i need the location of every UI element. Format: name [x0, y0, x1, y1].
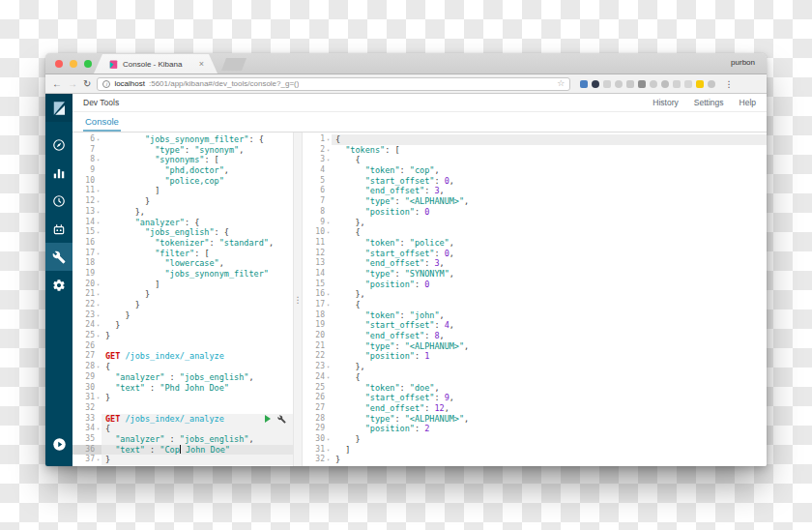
code-text[interactable]: "type": "synonym",: [102, 145, 293, 156]
fold-toggle-icon[interactable]: ▾: [95, 331, 102, 341]
line-number-gutter[interactable]: 17▾: [72, 249, 102, 259]
code-text[interactable]: },: [332, 289, 767, 300]
fold-toggle-icon[interactable]: ▾: [325, 227, 332, 238]
extension-icon[interactable]: [650, 80, 657, 88]
code-text[interactable]: ]: [102, 280, 293, 290]
bookmark-star-icon[interactable]: ☆: [557, 79, 565, 88]
request-editor-line[interactable]: 35 "analyzer" : "jobs_english",: [72, 434, 293, 445]
request-editor-line[interactable]: 19 "jobs_synonym_filter": [72, 269, 293, 280]
response-editor-line[interactable]: 9▾ },: [303, 218, 767, 228]
response-editor-line[interactable]: 17▾ {: [303, 300, 767, 310]
response-viewer[interactable]: 1▾{2▾ "tokens": [3▾ {4 "token": "cop",5 …: [303, 132, 767, 466]
request-editor-line[interactable]: 14▾ "analyzer": {: [72, 218, 293, 228]
code-text[interactable]: "jobs_english": {: [102, 227, 293, 238]
chat-extension-icon[interactable]: [708, 80, 715, 88]
line-number-gutter[interactable]: 11▾: [72, 186, 102, 196]
request-editor-line[interactable]: 27GET /jobs_index/_analyze: [72, 351, 293, 362]
code-text[interactable]: ]: [102, 186, 293, 196]
request-editor-line[interactable]: 29 "analyzer" : "jobs_english",: [72, 372, 293, 383]
request-editor-line[interactable]: 6▾ "jobs_synonym_filter": {: [72, 134, 293, 145]
reload-icon[interactable]: ↻: [83, 79, 91, 89]
request-editor-line[interactable]: 23▾ }: [72, 310, 293, 321]
code-text[interactable]: {: [102, 424, 293, 434]
extension-icon[interactable]: [615, 80, 623, 88]
line-number-gutter[interactable]: 19: [303, 320, 332, 331]
request-editor-line[interactable]: 13▾ },: [72, 207, 293, 218]
code-text[interactable]: "tokens": [: [332, 145, 767, 156]
request-editor-line[interactable]: 17▾ "filter": [: [72, 249, 293, 259]
code-text[interactable]: },: [102, 207, 293, 218]
code-text[interactable]: }: [102, 320, 293, 331]
fold-toggle-icon[interactable]: ▾: [95, 362, 102, 372]
line-number-gutter[interactable]: 28: [303, 414, 332, 425]
line-number-gutter[interactable]: 25▾: [72, 331, 102, 341]
fold-toggle-icon[interactable]: ▾: [95, 310, 102, 321]
fold-toggle-icon[interactable]: ▾: [325, 300, 332, 310]
response-editor-line[interactable]: 11 "token": "police",: [303, 238, 767, 249]
code-text[interactable]: }: [102, 393, 293, 403]
code-text[interactable]: {: [332, 300, 767, 310]
browser-tab[interactable]: Console - Kibana ×: [94, 54, 218, 74]
address-bar[interactable]: i localhost:5601/app/kibana#/dev_tools/c…: [97, 77, 570, 91]
response-editor-line[interactable]: 1▾{: [303, 134, 767, 145]
code-text[interactable]: "type": "<ALPHANUM>",: [332, 196, 767, 207]
response-editor-line[interactable]: 16▾ },: [303, 289, 767, 300]
extension-icon[interactable]: [638, 80, 646, 88]
code-text[interactable]: [102, 341, 293, 352]
response-editor-line[interactable]: 7 "type": "<ALPHANUM>",: [303, 196, 767, 207]
code-text[interactable]: "tokenizer": "standard",: [102, 238, 293, 249]
request-editor-line[interactable]: 28▾{: [72, 362, 293, 372]
fold-toggle-icon[interactable]: ▾: [95, 155, 102, 165]
sidebar-item-dashboard[interactable]: [45, 187, 72, 215]
line-number-gutter[interactable]: 29: [72, 372, 102, 383]
line-number-gutter[interactable]: 18: [72, 258, 102, 269]
line-number-gutter[interactable]: 13: [303, 258, 332, 269]
response-editor-line[interactable]: 2▾ "tokens": [: [303, 145, 767, 156]
request-editor-line[interactable]: 32: [72, 403, 293, 414]
header-link-help[interactable]: Help: [740, 98, 756, 107]
code-text[interactable]: "type": "<ALPHANUM>",: [332, 341, 767, 352]
response-editor-line[interactable]: 6 "end_offset": 3,: [303, 186, 767, 196]
line-number-gutter[interactable]: 25: [303, 383, 332, 394]
fold-toggle-icon[interactable]: ▾: [95, 196, 102, 207]
request-editor-line[interactable]: 16 "tokenizer": "standard",: [72, 238, 293, 249]
code-text[interactable]: }: [102, 331, 293, 341]
code-text[interactable]: }: [102, 310, 293, 321]
code-text[interactable]: {: [332, 227, 767, 238]
code-text[interactable]: "position": 2: [332, 424, 767, 434]
extension-icon[interactable]: [626, 80, 634, 88]
minimize-window-button[interactable]: [70, 60, 77, 68]
close-window-button[interactable]: [55, 60, 63, 68]
line-number-gutter[interactable]: 32: [72, 403, 102, 414]
browser-menu-icon[interactable]: ⋮: [724, 79, 733, 89]
code-text[interactable]: }: [332, 455, 767, 465]
code-text[interactable]: }: [332, 434, 767, 445]
fold-toggle-icon[interactable]: ▾: [95, 393, 102, 403]
response-editor-line[interactable]: 22 "position": 1: [303, 351, 767, 362]
code-text[interactable]: ]: [332, 445, 767, 456]
header-link-history[interactable]: History: [652, 98, 678, 107]
request-editor-line[interactable]: 12▾ }: [72, 196, 293, 207]
response-editor-line[interactable]: 3▾ {: [303, 155, 767, 165]
line-number-gutter[interactable]: 34▾: [72, 424, 102, 434]
line-number-gutter[interactable]: 18: [303, 310, 332, 321]
code-text[interactable]: "type": "SYNONYM",: [332, 269, 767, 280]
line-number-gutter[interactable]: 8▾: [72, 155, 102, 165]
request-editor-line[interactable]: 20▾ ]: [72, 280, 293, 290]
line-number-gutter[interactable]: 31▾: [72, 393, 102, 403]
line-number-gutter[interactable]: 15▾: [72, 227, 102, 238]
response-editor-line[interactable]: 24▾ {: [303, 372, 767, 383]
code-text[interactable]: "token": "doe",: [332, 383, 767, 394]
line-number-gutter[interactable]: 7: [72, 145, 102, 156]
fold-toggle-icon[interactable]: ▾: [95, 455, 102, 465]
line-number-gutter[interactable]: 21: [303, 341, 332, 352]
line-number-gutter[interactable]: 20: [303, 331, 332, 341]
fold-toggle-icon[interactable]: ▾: [325, 289, 332, 300]
line-number-gutter[interactable]: 14▾: [72, 218, 102, 228]
extension-icon[interactable]: [661, 80, 669, 88]
request-editor-line[interactable]: 33GET /jobs_index/_analyze: [72, 414, 293, 425]
line-number-gutter[interactable]: 30▾: [303, 434, 332, 445]
code-text[interactable]: "end_offset": 8,: [332, 331, 767, 341]
request-editor-line[interactable]: 25▾}: [72, 331, 293, 341]
request-editor-line[interactable]: 24▾ }: [72, 320, 293, 331]
